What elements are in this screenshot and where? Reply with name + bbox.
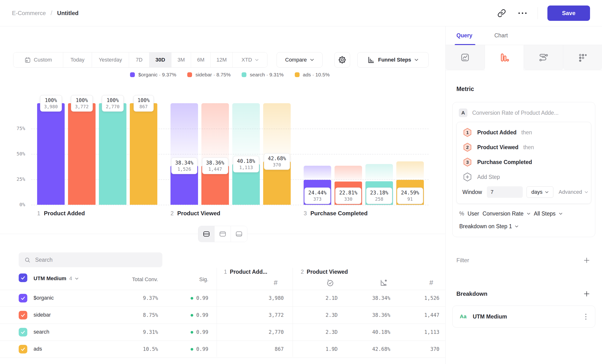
breakdown-item-menu[interactable] [584, 313, 588, 320]
count-icon[interactable]: # [274, 279, 278, 286]
bar-pct: 24.44% [308, 190, 327, 196]
chevron-down-icon [584, 191, 588, 193]
tab-query[interactable]: Query [456, 32, 472, 39]
group-column-header[interactable]: UTM Medium 4 [33, 275, 78, 282]
legend-item-ads[interactable]: ads · 10.5% [295, 72, 330, 78]
breakdown-item[interactable]: Aa UTM Medium [452, 306, 595, 328]
legend-swatch [187, 72, 192, 77]
add-breakdown-button[interactable] [582, 289, 591, 298]
window-unit-select[interactable]: days [527, 186, 553, 198]
filter-label: Filter [456, 257, 469, 264]
window-value-input[interactable] [487, 186, 523, 198]
range-30d[interactable]: 30D [150, 53, 172, 67]
legend-item-search[interactable]: search · 9.31% [242, 72, 283, 78]
step-index: 2 [171, 210, 174, 217]
more-options-button[interactable] [517, 11, 528, 15]
save-button[interactable]: Save [548, 6, 590, 21]
funnel-dropoff-bar [232, 103, 260, 164]
breadcrumb: E-Commerce / Untitled [12, 9, 78, 17]
table-row-ads: ads10.5%0.998671.9D42.68%370 [0, 341, 445, 358]
measured-scope-dropdown[interactable]: All Steps [534, 211, 556, 217]
add-filter-button[interactable] [582, 256, 591, 265]
row-checkbox[interactable] [19, 328, 27, 336]
funnel-dropoff-bar [304, 166, 331, 180]
bottom-view-icon [235, 230, 243, 238]
funnel-bar-sidebar-step1[interactable] [68, 103, 96, 205]
range-label: Today [70, 57, 85, 63]
layout-chart-only-button[interactable] [215, 226, 231, 242]
range-6m[interactable]: 6M [191, 53, 211, 67]
row-checkbox[interactable] [19, 311, 27, 320]
breadcrumb-project[interactable]: E-Commerce [12, 10, 46, 17]
y-axis-label: 0% [7, 202, 25, 207]
chevron-down-icon[interactable] [559, 213, 562, 215]
breadcrumb-title[interactable]: Untitled [57, 10, 78, 17]
metric-step-3[interactable]: 3Purchase Completed [462, 155, 585, 170]
sig-column-header[interactable]: Sig. [168, 276, 208, 283]
significance-dot-icon [191, 331, 193, 334]
funnel-bar-search-step1[interactable] [99, 103, 126, 205]
range-3m[interactable]: 3M [172, 53, 191, 67]
significance-dot-icon [191, 314, 193, 317]
bar-count: 370 [268, 162, 286, 167]
tab-data-table[interactable] [563, 45, 602, 70]
range-xtd[interactable]: XTD [233, 53, 267, 67]
range-yesterday[interactable]: Yesterday [92, 53, 129, 67]
measured-subject[interactable]: User [467, 211, 479, 217]
layout-split-button[interactable] [198, 226, 215, 242]
range-label: 7D [136, 57, 142, 63]
breakdown-on-dropdown[interactable]: Breakdown on Step 1 [459, 223, 512, 230]
range-7d[interactable]: 7D [129, 53, 150, 67]
window-label: Window [462, 189, 482, 195]
range-today[interactable]: Today [63, 53, 92, 67]
count-icon[interactable]: # [429, 279, 433, 286]
funnel-dropoff-bar [201, 103, 229, 166]
bar-pct: 38.34% [175, 160, 194, 166]
chevron-down-icon [75, 278, 78, 280]
funnel-steps-card: 1Product Addedthen2Product Viewedthen3Pu… [456, 122, 591, 204]
chevron-down-icon[interactable] [527, 213, 530, 215]
conversion-rate-icon[interactable] [379, 279, 388, 287]
row-checkbox[interactable] [19, 345, 27, 353]
row-total-conv: 8.75% [103, 312, 158, 318]
chevron-down-icon[interactable] [515, 225, 518, 227]
row-checkbox[interactable] [19, 294, 27, 302]
bar-count: 330 [339, 196, 357, 202]
search-input[interactable] [35, 257, 157, 263]
range-label: 12M [216, 57, 227, 63]
check-icon [20, 312, 26, 318]
share-link-button[interactable] [496, 7, 507, 19]
chart-type-button[interactable]: Funnel Steps [357, 52, 429, 67]
column-divider [293, 268, 293, 357]
layout-table-only-button[interactable] [231, 226, 247, 242]
svg-text:3: 3 [466, 160, 469, 165]
bar-pct: 40.18% [237, 158, 255, 164]
tab-line-chart[interactable] [446, 45, 485, 70]
select-all-checkbox[interactable] [19, 273, 27, 282]
legend-item-organic[interactable]: $organic · 9.37% [130, 72, 176, 78]
row-total-conv: 9.31% [103, 329, 158, 335]
tab-chart[interactable]: Chart [494, 32, 508, 39]
metric-step-1[interactable]: 1Product Addedthen [462, 125, 585, 140]
measured-metric-dropdown[interactable]: Conversion Rate [483, 211, 524, 217]
chart-settings-button[interactable] [334, 52, 350, 67]
metric-title-row[interactable]: A Conversion Rate of Product Adde... [452, 102, 595, 122]
add-step-button[interactable]: Add Step [462, 170, 500, 184]
compare-button[interactable]: Compare [277, 52, 322, 67]
legend-item-sidebar[interactable]: sidebar · 8.75% [187, 72, 231, 78]
advanced-toggle[interactable]: Advanced [557, 189, 590, 195]
chevron-down-icon [415, 59, 418, 61]
funnel-bar-ads-step1[interactable] [130, 103, 157, 205]
metric-step-2[interactable]: 2Product Viewedthen [462, 140, 585, 155]
plus-icon [583, 257, 590, 264]
range-label: 30D [155, 57, 165, 63]
range-12m[interactable]: 12M [211, 53, 233, 67]
gear-icon [338, 56, 346, 64]
tab-funnel-chart[interactable] [485, 45, 524, 70]
tab-journeys[interactable] [524, 45, 563, 70]
total-conv-column-header[interactable]: Total Conv. [103, 276, 158, 283]
range-custom[interactable]: Custom [13, 53, 63, 67]
time-to-convert-icon[interactable] [326, 279, 334, 287]
funnel-bar-organic-step1[interactable] [37, 103, 65, 205]
table-header: UTM Medium 4 Total Conv. Sig. 1 Product … [0, 268, 445, 290]
